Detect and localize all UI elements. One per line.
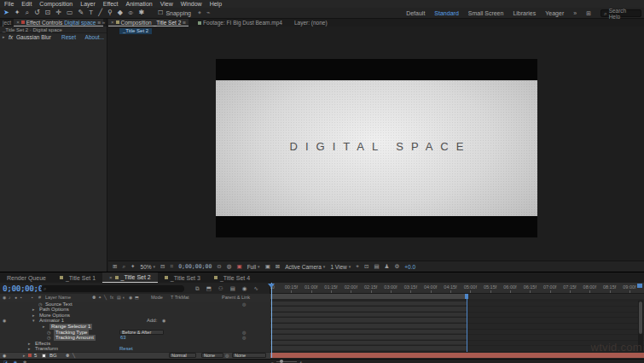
eraser-tool-icon[interactable]: ◆ bbox=[118, 8, 123, 18]
property-row-more-options[interactable]: ▸More Options bbox=[0, 313, 270, 319]
track-row[interactable] bbox=[270, 302, 644, 307]
property-row-animator-1[interactable]: ◉▾Animator 1Add:◉ bbox=[0, 318, 270, 324]
selection-tool-icon[interactable]: ➤ bbox=[3, 8, 9, 18]
property-label[interactable]: Path Options bbox=[39, 307, 69, 313]
property-row-tracking-amount[interactable]: ◷Tracking Amount63◎ bbox=[0, 335, 270, 341]
pickwhip-icon[interactable]: ◎ bbox=[242, 335, 246, 341]
property-reset-link[interactable]: Reset bbox=[119, 346, 133, 352]
quality-icon[interactable]: ╲ bbox=[104, 295, 107, 300]
twirl-icon[interactable]: ▸ bbox=[43, 324, 45, 330]
track-row[interactable] bbox=[270, 341, 644, 347]
zoom-out-icon[interactable]: − bbox=[271, 360, 274, 363]
timeline-tab-title-set-2[interactable]: ×_Title Set 2 bbox=[102, 272, 158, 283]
animator-add-label[interactable]: Add: bbox=[147, 318, 157, 324]
track-row[interactable] bbox=[270, 324, 644, 330]
tab-composition[interactable]: × Composition _Title Set 2 ≡ bbox=[108, 19, 189, 26]
menu-help[interactable]: Help bbox=[210, 0, 222, 8]
work-area-bar[interactable] bbox=[270, 294, 467, 299]
graph-editor-icon[interactable]: ∿ bbox=[253, 285, 258, 292]
tab-effect-controls[interactable]: × Effect Controls Digital space ≡ bbox=[14, 19, 103, 26]
audio-column-icon[interactable]: ♪ bbox=[9, 295, 11, 300]
pan-behind-tool-icon[interactable]: ✛ bbox=[55, 8, 61, 18]
effect-about-link[interactable]: About... bbox=[85, 33, 104, 41]
region-of-interest-icon[interactable]: ▣ bbox=[265, 263, 270, 270]
property-row-range-selector-1[interactable]: ▸Range Selector 1 bbox=[0, 324, 270, 330]
timeline-search-field[interactable]: ⌕ bbox=[41, 285, 184, 292]
property-label[interactable]: Transform bbox=[35, 346, 58, 352]
quality-toggle-icon[interactable]: ╲ bbox=[73, 353, 75, 359]
preview-timecode[interactable]: 0;00;00;00 bbox=[178, 263, 212, 270]
panel-menu-icon[interactable]: ≡ bbox=[97, 20, 101, 26]
snapping-checkbox[interactable]: ☐ bbox=[158, 9, 163, 16]
label-color-swatch[interactable] bbox=[28, 354, 32, 357]
exposure-value[interactable]: +0.0 bbox=[404, 264, 415, 270]
menu-animation[interactable]: Animation bbox=[126, 0, 153, 8]
show-channel-icon[interactable]: ▣ bbox=[236, 263, 241, 270]
time-ruler[interactable]: :0000:15f01:00f01:15f02:00f02:15f03:00f0… bbox=[270, 283, 644, 294]
twirl-icon[interactable]: ▾ bbox=[32, 318, 35, 324]
twirl-icon[interactable]: ▸ bbox=[32, 307, 35, 313]
property-dropdown[interactable]: Before & After▾ bbox=[119, 330, 164, 335]
view-layout-select[interactable]: 1 View▾ bbox=[330, 264, 351, 270]
menu-file[interactable]: File bbox=[4, 0, 14, 8]
help-search-field[interactable]: ⌕ Search Help bbox=[600, 9, 641, 17]
timeline-tab-render-queue[interactable]: Render Queue bbox=[0, 272, 53, 283]
pen-tool-icon[interactable]: ✎ bbox=[78, 8, 84, 18]
property-row-source-text[interactable]: ◷Source Text◎ bbox=[0, 302, 270, 307]
property-row-transform[interactable]: ▸TransformReset bbox=[0, 346, 270, 352]
current-time-indicator-line[interactable] bbox=[271, 283, 272, 358]
twirl-icon[interactable]: ▸ bbox=[28, 341, 31, 347]
timeline-tab-title-set-3[interactable]: _Title Set 3 bbox=[158, 272, 207, 283]
parent-pickwhip-icon[interactable]: ◎ bbox=[225, 353, 229, 359]
twirl-icon[interactable]: ▸ bbox=[3, 33, 5, 41]
frame-blend-icon[interactable]: ▤ bbox=[117, 295, 121, 300]
workspace-overflow-icon[interactable]: » bbox=[573, 10, 577, 16]
magnify-icon[interactable]: ⌕ bbox=[122, 263, 125, 270]
workspace-libraries[interactable]: Libraries bbox=[513, 10, 536, 16]
choose-grid-icon[interactable]: ⊟ bbox=[160, 263, 165, 270]
close-icon[interactable]: × bbox=[16, 20, 20, 25]
menu-composition[interactable]: Composition bbox=[39, 0, 73, 8]
zoom-slider-thumb[interactable] bbox=[280, 360, 283, 363]
frame-blend-toggle-icon[interactable]: ◪ bbox=[3, 360, 8, 363]
type-tool-icon[interactable]: T bbox=[89, 8, 93, 18]
workspace-standard[interactable]: Standard bbox=[434, 10, 458, 16]
trkmat-column-header[interactable]: T TrkMat bbox=[171, 295, 189, 300]
menu-edit[interactable]: Edit bbox=[21, 0, 32, 8]
bg-layer-duration-bar[interactable] bbox=[270, 353, 644, 358]
trkmat-select[interactable]: None▾ bbox=[201, 353, 223, 358]
close-icon[interactable]: × bbox=[111, 20, 114, 25]
motion-blur-icon[interactable]: ◐ bbox=[123, 295, 125, 300]
blend-mode-select[interactable]: Normal▾ bbox=[169, 353, 196, 358]
always-preview-icon[interactable]: ⊞ bbox=[113, 263, 117, 270]
property-label[interactable]: Range Selector 1 bbox=[49, 324, 92, 330]
workspace-small-screen[interactable]: Small Screen bbox=[468, 10, 504, 16]
video-column-icon[interactable]: ◉ bbox=[3, 295, 6, 300]
shy-icon[interactable]: ⚉ bbox=[92, 295, 96, 300]
comp-mini-flowchart-icon[interactable]: ⧉ bbox=[195, 285, 200, 292]
hand-tool-icon[interactable]: ✦ bbox=[15, 8, 20, 18]
reset-exposure-icon[interactable]: ⚙ bbox=[394, 263, 399, 270]
tab-layer[interactable]: Layer: (none) bbox=[292, 19, 330, 26]
tab-overflow-icon[interactable]: » bbox=[102, 19, 105, 26]
property-value[interactable]: 63 bbox=[120, 335, 126, 341]
fx-icon[interactable]: fx bbox=[110, 295, 113, 300]
zoom-slider-track[interactable] bbox=[276, 361, 297, 362]
collapse-icon[interactable]: ✦ bbox=[98, 295, 102, 300]
composition-viewport[interactable]: DIGITAL SPACE bbox=[216, 59, 537, 237]
work-area-end-handle[interactable] bbox=[637, 284, 642, 288]
timeline-zoom-slider[interactable]: − ◭ bbox=[271, 360, 303, 363]
track-row[interactable] bbox=[270, 307, 644, 313]
mask-visibility-icon[interactable]: ⌗ bbox=[171, 263, 174, 270]
comp-flowchart-icon[interactable]: ♟ bbox=[385, 263, 390, 270]
layer-name[interactable]: BG bbox=[49, 353, 57, 359]
workspace-default[interactable]: Default bbox=[406, 10, 425, 16]
effect-reset-link[interactable]: Reset bbox=[61, 33, 76, 41]
draft-3d-icon[interactable]: ⬒ bbox=[206, 285, 212, 292]
rotation-tool-icon[interactable]: ↺ bbox=[34, 8, 40, 18]
animator-add-icon[interactable]: ◉ bbox=[162, 318, 165, 324]
pickwhip-icon[interactable]: ◎ bbox=[242, 330, 246, 336]
panel-menu-icon[interactable]: ≡ bbox=[183, 20, 186, 26]
scrollbar-thumb[interactable] bbox=[639, 302, 642, 334]
property-row-path-options[interactable]: ▸Path Options bbox=[0, 307, 270, 313]
